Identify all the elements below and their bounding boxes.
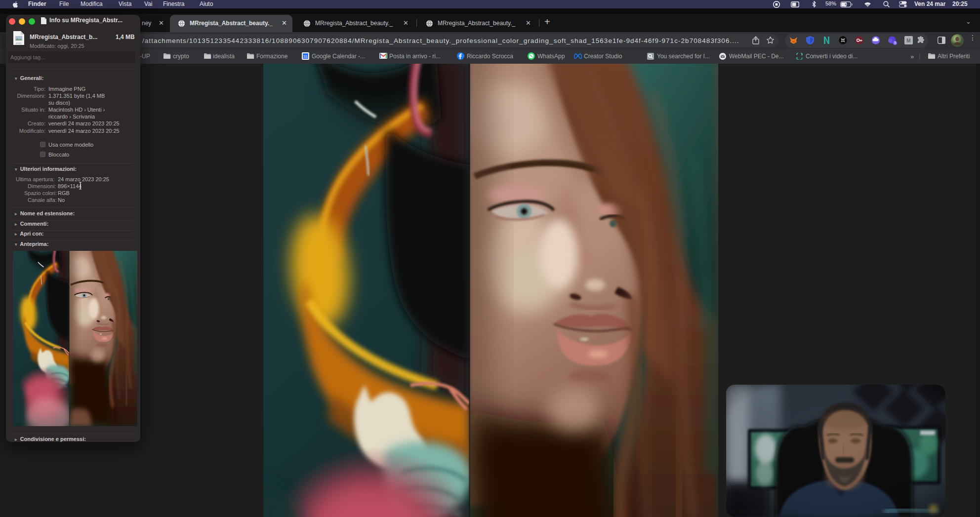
svg-text:5: 5 (894, 41, 896, 44)
svg-text:M: M (906, 38, 910, 43)
svg-text:31: 31 (303, 54, 308, 59)
svg-text:PNG: PNG (16, 42, 22, 45)
